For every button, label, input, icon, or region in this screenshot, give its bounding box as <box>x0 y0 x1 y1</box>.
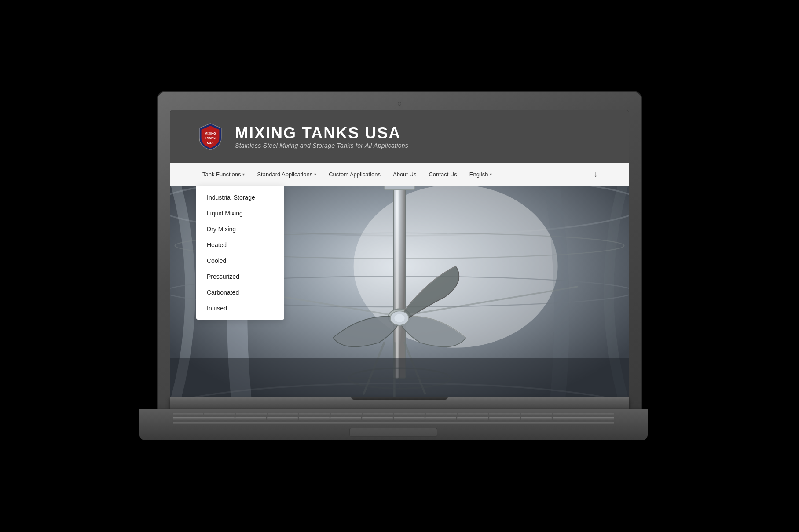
logo-badge: MIXING TANKS USA <box>196 123 224 151</box>
laptop-screen-outer: MIXING TANKS USA MIXING TANKS USA Stainl… <box>158 92 641 410</box>
logo-text: MIXING TANKS USA Stainless Steel Mixing … <box>235 124 408 149</box>
keyboard-spacebar <box>173 422 615 424</box>
nav-label-about-us: About Us <box>393 171 416 178</box>
keyboard-key <box>553 413 614 415</box>
keyboard-key <box>299 413 330 415</box>
laptop-camera <box>398 102 401 106</box>
svg-rect-11 <box>384 186 415 189</box>
keyboard-row-2 <box>173 417 615 420</box>
keyboard-key <box>267 417 298 420</box>
laptop-keyboard <box>139 409 648 440</box>
keyboard-key <box>425 417 456 420</box>
svg-rect-10 <box>396 186 399 378</box>
svg-point-15 <box>394 314 404 322</box>
keyboard-key <box>363 413 393 415</box>
website: MIXING TANKS USA MIXING TANKS USA Stainl… <box>170 110 629 397</box>
svg-text:USA: USA <box>207 141 213 145</box>
keyboard-key <box>458 413 488 415</box>
nav-item-tank-functions[interactable]: Tank Functions ▾ <box>196 163 251 186</box>
dropdown-item-cooled[interactable]: Cooled <box>196 253 284 269</box>
dropdown-item-liquid-mixing[interactable]: Liquid Mixing <box>196 205 284 221</box>
keyboard-key <box>394 413 425 415</box>
keyboard-key <box>521 413 552 415</box>
nav-label-english: English <box>469 171 488 178</box>
keyboard-key <box>299 417 330 420</box>
keyboard-key <box>457 417 488 420</box>
nav-item-about-us[interactable]: About Us <box>387 163 422 186</box>
nav-item-contact-us[interactable]: Contact Us <box>422 163 463 186</box>
dropdown-item-industrial-storage[interactable]: Industrial Storage <box>196 189 284 205</box>
tank-functions-dropdown: Industrial Storage Liquid Mixing Dry Mix… <box>196 186 284 320</box>
dropdown-item-heated[interactable]: Heated <box>196 237 284 253</box>
keyboard-key <box>553 417 614 420</box>
keyboard-key <box>521 417 552 420</box>
nav-label-standard-applications: Standard Applications <box>257 171 312 178</box>
dropdown-item-dry-mixing[interactable]: Dry Mixing <box>196 221 284 237</box>
nav-item-english[interactable]: English ▾ <box>463 163 498 186</box>
keyboard-key <box>330 417 361 420</box>
chevron-down-icon: ▾ <box>242 172 245 177</box>
nav-label-tank-functions: Tank Functions <box>202 171 241 178</box>
keyboard-row-3 <box>173 422 615 424</box>
nav-label-contact-us: Contact Us <box>429 171 457 178</box>
nav-items: Tank Functions ▾ Standard Applications ▾… <box>196 163 498 186</box>
chevron-down-icon: ▾ <box>490 172 492 177</box>
svg-rect-21 <box>170 358 629 397</box>
svg-text:MIXING: MIXING <box>205 131 216 135</box>
site-header: MIXING TANKS USA MIXING TANKS USA Stainl… <box>170 110 629 163</box>
keyboard-key <box>204 413 235 415</box>
laptop-base <box>170 397 629 409</box>
camera-bar <box>170 100 629 108</box>
dropdown-item-carbonated[interactable]: Carbonated <box>196 284 284 300</box>
keyboard-key <box>489 413 520 415</box>
keyboard-key <box>426 413 457 415</box>
keyboard-key <box>173 417 235 420</box>
laptop-screen-bezel: MIXING TANKS USA MIXING TANKS USA Stainl… <box>170 110 629 397</box>
dropdown-item-infused[interactable]: Infused <box>196 300 284 316</box>
laptop-wrapper: MIXING TANKS USA MIXING TANKS USA Stainl… <box>158 92 641 441</box>
svg-text:TANKS: TANKS <box>205 136 216 140</box>
keyboard-key <box>236 413 267 415</box>
nav-item-standard-applications[interactable]: Standard Applications ▾ <box>251 163 323 186</box>
keyboard-key <box>173 413 204 415</box>
site-title: MIXING TANKS USA <box>235 124 408 142</box>
trackpad <box>349 428 437 437</box>
nav-item-custom-applications[interactable]: Custom Applications <box>323 163 387 186</box>
site-tagline: Stainless Steel Mixing and Storage Tanks… <box>235 142 408 149</box>
keyboard-key <box>362 417 393 420</box>
nav-label-custom-applications: Custom Applications <box>329 171 381 178</box>
keyboard-key <box>331 413 362 415</box>
dropdown-item-pressurized[interactable]: Pressurized <box>196 269 284 284</box>
keyboard-key <box>268 413 298 415</box>
keyboard-row-1 <box>173 413 615 415</box>
keyboard-key <box>235 417 266 420</box>
chevron-down-icon: ▾ <box>314 172 316 177</box>
keyboard-key <box>489 417 520 420</box>
navbar: Tank Functions ▾ Standard Applications ▾… <box>170 163 629 186</box>
keyboard-key <box>394 417 425 420</box>
download-icon[interactable]: ↓ <box>589 167 603 181</box>
